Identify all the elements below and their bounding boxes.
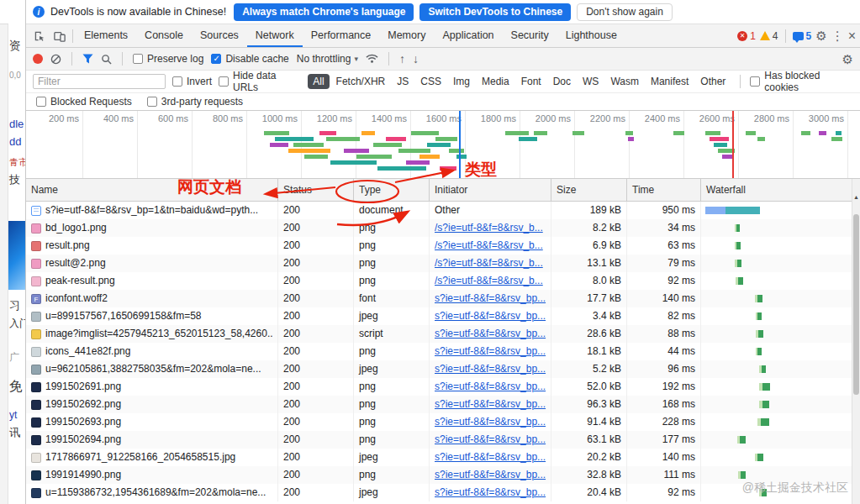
settings-gear-icon[interactable]: ⚙ — [815, 29, 826, 42]
filter-pill-media[interactable]: Media — [477, 74, 514, 89]
blocked-requests-checkbox[interactable]: Blocked Requests — [36, 96, 132, 108]
table-row[interactable]: u=962105861,3882758035&fm=202&mola=ne...… — [26, 360, 852, 378]
table-row[interactable]: peak-result.png200png/s?ie=utf-8&f=8&rsv… — [26, 272, 852, 290]
has-blocked-cookies-checkbox[interactable]: Has blocked cookies — [750, 70, 853, 93]
table-row[interactable]: 1991914990.png200pngs?ie=utf-8&f=8&rsv_b… — [26, 466, 852, 484]
tab-sources[interactable]: Sources — [192, 24, 247, 47]
initiator-link[interactable]: /s?ie=utf-8&f=8&rsv_b... — [435, 222, 543, 234]
initiator-link[interactable]: s?ie=utf-8&f=8&rsv_bp... — [435, 433, 546, 445]
table-row[interactable]: s?ie=utf-8&f=8&rsv_bp=1&tn=baidu&wd=pyth… — [26, 202, 852, 219]
filter-pill-fetch-xhr[interactable]: Fetch/XHR — [331, 74, 391, 89]
table-row[interactable]: u=1159386732,1954361689&fm=202&mola=ne..… — [26, 484, 852, 501]
initiator-link[interactable]: s?ie=utf-8&f=8&rsv_bp... — [435, 381, 546, 392]
filter-pill-all[interactable]: All — [308, 74, 329, 89]
tab-lighthouse[interactable]: Lighthouse — [557, 24, 625, 47]
filter-pill-img[interactable]: Img — [448, 74, 475, 89]
filter-funnel-icon[interactable] — [82, 54, 93, 64]
table-row[interactable]: u=899157567,1650699158&fm=58200jpegs?ie=… — [26, 307, 852, 325]
table-scrollbar[interactable]: ▲ — [852, 179, 860, 504]
column-header-status[interactable]: Status — [278, 179, 354, 201]
preserve-log-checkbox[interactable]: Preserve log — [133, 53, 203, 65]
export-har-icon[interactable]: ↓ — [413, 52, 419, 66]
column-header-size[interactable]: Size — [551, 179, 627, 201]
tab-elements[interactable]: Elements — [76, 24, 136, 47]
network-conditions-icon[interactable] — [366, 54, 378, 64]
issues-badge[interactable]: 5 — [793, 30, 812, 42]
close-devtools-icon[interactable]: × — [848, 29, 856, 43]
filter-pill-manifest[interactable]: Manifest — [646, 74, 694, 89]
import-har-icon[interactable]: ↑ — [399, 52, 405, 66]
filter-pill-font[interactable]: Font — [516, 74, 546, 89]
initiator-link[interactable]: s?ie=utf-8&f=8&rsv_bp... — [435, 292, 546, 304]
table-row[interactable]: 1991502694.png200pngs?ie=utf-8&f=8&rsv_b… — [26, 431, 852, 449]
scrollbar-up-arrow-icon[interactable]: ▲ — [852, 194, 860, 200]
table-row[interactable]: result.png200png/s?ie=utf-8&f=8&rsv_b...… — [26, 237, 852, 255]
table-row[interactable]: result@2.png200png/s?ie=utf-8&f=8&rsv_b.… — [26, 255, 852, 272]
filter-input[interactable] — [33, 74, 166, 89]
table-row[interactable]: bd_logo1.png200png/s?ie=utf-8&f=8&rsv_b.… — [26, 219, 852, 237]
hide-data-urls-checkbox[interactable]: Hide data URLs — [219, 70, 301, 93]
column-header-waterfall[interactable]: Waterfall — [701, 179, 852, 201]
inspect-element-icon[interactable] — [29, 25, 50, 47]
divider — [740, 75, 741, 88]
table-row[interactable]: image?imglist=4257945213_652015123_58,42… — [26, 325, 852, 343]
page-scrollbar[interactable] — [0, 0, 8, 504]
warning-badge[interactable]: 4 — [760, 30, 778, 42]
filter-pill-css[interactable]: CSS — [415, 74, 446, 89]
always-match-language-button[interactable]: Always match Chrome's language — [234, 3, 414, 21]
error-badge[interactable]: ✕ 1 — [737, 30, 756, 42]
warning-icon — [760, 31, 770, 40]
request-name: image?imglist=4257945213_652015123_58,42… — [45, 325, 272, 343]
font-file-icon: F — [31, 294, 41, 304]
filter-pill-wasm[interactable]: Wasm — [605, 74, 644, 89]
column-header-name[interactable]: Name — [26, 179, 278, 201]
column-header-time[interactable]: Time — [627, 179, 701, 201]
initiator-link[interactable]: s?ie=utf-8&f=8&rsv_bp... — [435, 451, 546, 463]
tab-network[interactable]: Network — [247, 24, 303, 47]
table-row[interactable]: 1991502692.png200pngs?ie=utf-8&f=8&rsv_b… — [26, 396, 852, 413]
table-row[interactable]: 1717866971_912258166_2054658515.jpg200jp… — [26, 449, 852, 466]
network-overview-timeline[interactable]: 200 ms400 ms600 ms800 ms1000 ms1200 ms14… — [26, 111, 860, 179]
initiator-link[interactable]: s?ie=utf-8&f=8&rsv_bp... — [435, 469, 546, 480]
tab-performance[interactable]: Performance — [303, 24, 380, 47]
more-options-icon[interactable]: ⋮ — [831, 29, 844, 42]
switch-to-chinese-button[interactable]: Switch DevTools to Chinese — [419, 3, 571, 21]
initiator-link[interactable]: /s?ie=utf-8&f=8&rsv_b... — [435, 257, 543, 269]
initiator-link[interactable]: s?ie=utf-8&f=8&rsv_bp... — [435, 486, 546, 498]
search-icon[interactable] — [101, 54, 112, 65]
scrollbar-thumb[interactable] — [853, 214, 859, 395]
initiator-link[interactable]: s?ie=utf-8&f=8&rsv_bp... — [435, 363, 546, 375]
disable-cache-checkbox[interactable]: Disable cache — [211, 53, 288, 65]
table-row[interactable]: 1991502693.png200pngs?ie=utf-8&f=8&rsv_b… — [26, 413, 852, 431]
cell-time: 140 ms — [627, 290, 701, 307]
filter-pill-other[interactable]: Other — [695, 74, 731, 89]
tab-security[interactable]: Security — [503, 24, 557, 47]
filter-pill-doc[interactable]: Doc — [548, 74, 576, 89]
dont-show-again-button[interactable]: Don't show again — [577, 3, 673, 21]
timeline-tick-label: 2800 ms — [742, 113, 789, 123]
column-header-initiator[interactable]: Initiator — [430, 179, 551, 201]
table-row[interactable]: Ficonfont.woff2200fonts?ie=utf-8&f=8&rsv… — [26, 290, 852, 307]
device-toolbar-icon[interactable] — [50, 25, 70, 47]
initiator-link[interactable]: s?ie=utf-8&f=8&rsv_bp... — [435, 416, 546, 428]
tab-memory[interactable]: Memory — [379, 24, 434, 47]
initiator-link[interactable]: s?ie=utf-8&f=8&rsv_bp... — [435, 310, 546, 322]
initiator-link[interactable]: s?ie=utf-8&f=8&rsv_bp... — [435, 328, 546, 339]
record-button[interactable] — [33, 54, 43, 64]
tab-application[interactable]: Application — [434, 24, 502, 47]
filter-pill-js[interactable]: JS — [392, 74, 414, 89]
throttling-dropdown[interactable]: No throttling ▾ — [297, 53, 358, 65]
third-party-requests-checkbox[interactable]: 3rd-party requests — [147, 96, 243, 108]
network-settings-gear-icon[interactable]: ⚙ — [842, 53, 853, 66]
column-header-type[interactable]: Type — [354, 179, 430, 201]
tab-console[interactable]: Console — [136, 24, 192, 47]
filter-pill-ws[interactable]: WS — [578, 74, 604, 89]
initiator-link[interactable]: s?ie=utf-8&f=8&rsv_bp... — [435, 345, 546, 357]
clear-icon[interactable] — [50, 54, 61, 65]
table-row[interactable]: 1991502691.png200pngs?ie=utf-8&f=8&rsv_b… — [26, 378, 852, 396]
invert-checkbox[interactable]: Invert — [172, 76, 212, 87]
initiator-link[interactable]: s?ie=utf-8&f=8&rsv_bp... — [435, 398, 546, 410]
initiator-link[interactable]: /s?ie=utf-8&f=8&rsv_b... — [435, 275, 543, 286]
initiator-link[interactable]: /s?ie=utf-8&f=8&rsv_b... — [435, 239, 543, 251]
table-row[interactable]: icons_441e82f.png200pngs?ie=utf-8&f=8&rs… — [26, 343, 852, 360]
